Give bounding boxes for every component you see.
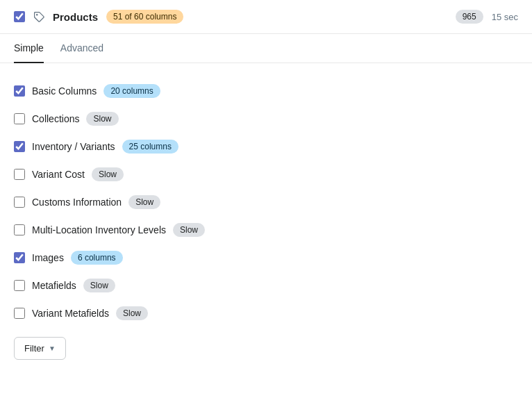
header-checkbox[interactable] [14, 11, 25, 22]
row-basic-columns: Basic Columns 20 columns [14, 77, 518, 105]
count-badge: 965 [456, 10, 483, 24]
checkbox-customs-information[interactable] [14, 197, 25, 208]
label-collections: Collections [32, 113, 79, 124]
badge-collections: Slow [86, 112, 118, 126]
timer-text: 15 sec [492, 12, 518, 22]
label-basic-columns: Basic Columns [32, 85, 97, 97]
checkbox-variant-metafields[interactable] [14, 308, 25, 319]
row-customs-information: Customs Information Slow [14, 188, 518, 216]
row-images: Images 6 columns [14, 244, 518, 272]
label-customs-information: Customs Information [32, 197, 122, 208]
content-area: Basic Columns 20 columns Collections Slo… [0, 63, 532, 374]
page-title: Products [53, 11, 98, 23]
row-variant-metafields: Variant Metafields Slow [14, 299, 518, 327]
row-variant-cost: Variant Cost Slow [14, 160, 518, 188]
svg-point-0 [36, 14, 38, 15]
checkbox-multi-location[interactable] [14, 224, 25, 235]
badge-customs-information: Slow [128, 195, 160, 209]
label-images: Images [32, 252, 64, 263]
row-collections: Collections Slow [14, 105, 518, 133]
row-inventory-variants: Inventory / Variants 25 columns [14, 133, 518, 160]
checkbox-images[interactable] [14, 252, 25, 263]
label-metafields: Metafields [32, 280, 76, 291]
label-multi-location: Multi-Location Inventory Levels [32, 224, 166, 235]
badge-images: 6 columns [71, 251, 123, 265]
badge-basic-columns: 20 columns [103, 84, 160, 98]
filter-button-label: Filter [24, 343, 44, 354]
badge-metafields: Slow [83, 279, 115, 292]
label-variant-metafields: Variant Metafields [32, 308, 109, 319]
label-variant-cost: Variant Cost [32, 169, 85, 180]
badge-inventory-variants: 25 columns [122, 140, 178, 154]
chevron-down-icon: ▼ [49, 345, 56, 352]
filter-button[interactable]: Filter ▼ [14, 337, 66, 360]
checkbox-inventory-variants[interactable] [14, 141, 25, 152]
badge-variant-cost: Slow [92, 167, 124, 181]
tabs-container: Simple Advanced [0, 34, 532, 63]
checkbox-collections[interactable] [14, 113, 25, 124]
main-container: Products 51 of 60 columns 965 15 sec Sim… [0, 0, 532, 414]
columns-badge: 51 of 60 columns [106, 10, 183, 24]
checkbox-variant-cost[interactable] [14, 169, 25, 180]
tag-icon [33, 11, 44, 22]
header: Products 51 of 60 columns 965 15 sec [0, 0, 532, 34]
badge-variant-metafields: Slow [116, 306, 148, 320]
label-inventory-variants: Inventory / Variants [32, 141, 115, 152]
row-metafields: Metafields Slow [14, 272, 518, 299]
badge-multi-location: Slow [173, 223, 205, 237]
checkbox-basic-columns[interactable] [14, 85, 25, 97]
tab-advanced[interactable]: Advanced [60, 34, 103, 63]
tab-simple[interactable]: Simple [14, 34, 44, 63]
checkbox-metafields[interactable] [14, 280, 25, 291]
row-multi-location: Multi-Location Inventory Levels Slow [14, 216, 518, 244]
